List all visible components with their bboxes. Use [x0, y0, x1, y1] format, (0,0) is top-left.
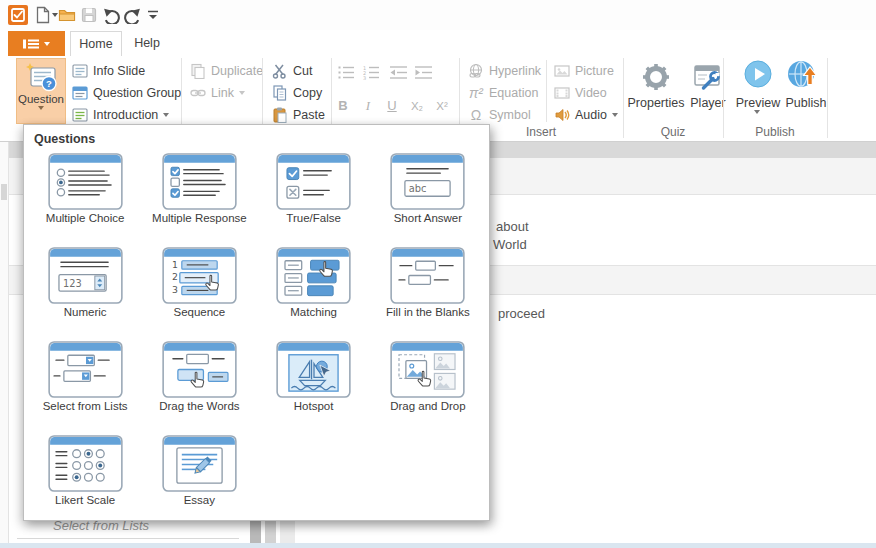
preview-caret-icon[interactable]: [754, 110, 760, 114]
equation-button[interactable]: π² Equation: [468, 83, 538, 103]
duplicate-button[interactable]: Duplicate: [190, 61, 263, 81]
multiple-choice-icon: [48, 153, 123, 210]
equation-label: Equation: [489, 86, 538, 100]
svg-text:abc: abc: [409, 183, 427, 194]
video-label: Video: [575, 86, 607, 100]
copy-icon: [272, 85, 288, 101]
tab-help-label: Help: [134, 36, 160, 50]
question-type-multiple-choice[interactable]: Multiple Choice: [28, 153, 142, 247]
superscript-button[interactable]: X²: [431, 96, 453, 116]
question-types-grid: Multiple Choice Multiple Response: [24, 153, 489, 529]
question-type-select-from-lists[interactable]: Select from Lists: [28, 341, 142, 435]
question-type-drag-the-words[interactable]: Drag the Words: [142, 341, 256, 435]
underline-button[interactable]: U: [381, 96, 403, 116]
slide-text-world: World: [493, 237, 527, 252]
question-type-label: True/False: [286, 212, 341, 224]
tab-help[interactable]: Help: [122, 31, 172, 55]
fill-in-the-blanks-icon: [390, 247, 465, 304]
sequence-icon: 1 2 3: [162, 247, 237, 304]
question-type-short-answer[interactable]: abc Short Answer: [371, 153, 485, 247]
app-logo-icon: [8, 5, 28, 25]
save-icon[interactable]: [80, 6, 98, 24]
question-type-multiple-response[interactable]: Multiple Response: [142, 153, 256, 247]
app-menu-button[interactable]: [8, 31, 65, 56]
question-type-hotspot[interactable]: Hotspot: [257, 341, 371, 435]
slide-text-about: about: [496, 219, 529, 234]
drag-and-drop-icon: [390, 341, 465, 398]
question-type-essay[interactable]: Essay: [142, 435, 256, 529]
question-group-button[interactable]: Question Group: [72, 83, 181, 103]
new-document-icon[interactable]: [34, 6, 52, 24]
link-button[interactable]: Link: [190, 83, 245, 103]
question-button[interactable]: ? Question: [16, 58, 66, 124]
hyperlink-icon: [468, 63, 484, 79]
info-slide-button[interactable]: Info Slide: [72, 61, 145, 81]
essay-icon: [162, 435, 237, 492]
introduction-button[interactable]: Introduction: [72, 105, 169, 125]
question-type-likert-scale[interactable]: Likert Scale: [28, 435, 142, 529]
question-type-label: Hotspot: [294, 400, 334, 412]
svg-text:3: 3: [363, 75, 366, 81]
numbered-list-icon[interactable]: 123: [363, 65, 381, 80]
svg-text:123: 123: [63, 278, 82, 289]
properties-button[interactable]: Properties: [622, 96, 690, 110]
customize-toolbar-icon[interactable]: [146, 6, 160, 24]
properties-gear-icon[interactable]: [640, 61, 672, 93]
symbol-icon: Ω: [468, 107, 484, 123]
equation-icon: π²: [468, 85, 484, 101]
question-type-numeric[interactable]: 123 Numeric: [28, 247, 142, 341]
question-button-icon: ?: [24, 62, 58, 92]
publish-icon[interactable]: [787, 59, 819, 89]
menu-list-icon: [23, 38, 39, 50]
question-type-label: Fill in the Blanks: [386, 306, 470, 318]
paste-button[interactable]: Paste: [272, 105, 325, 125]
svg-text:1: 1: [172, 259, 178, 270]
question-type-label: Select from Lists: [43, 400, 128, 412]
question-type-sequence[interactable]: 1 2 3 Sequence: [142, 247, 256, 341]
link-label: Link: [211, 86, 234, 100]
preview-icon[interactable]: [743, 59, 773, 89]
bold-button[interactable]: B: [332, 96, 354, 116]
video-button[interactable]: Video: [554, 83, 607, 103]
question-type-matching[interactable]: Matching: [257, 247, 371, 341]
subscript-button[interactable]: X₂: [406, 96, 428, 116]
divider-line: [17, 538, 239, 539]
player-button[interactable]: Player: [685, 96, 731, 110]
preview-button[interactable]: Preview: [733, 96, 783, 110]
bullet-list-icon[interactable]: [338, 65, 356, 80]
tab-home[interactable]: Home: [70, 31, 122, 56]
question-type-fill-in-the-blanks[interactable]: Fill in the Blanks: [371, 247, 485, 341]
increase-indent-icon[interactable]: [414, 65, 433, 80]
multiple-response-icon: [162, 153, 237, 210]
undo-icon[interactable]: [103, 6, 121, 24]
true-false-icon: [276, 153, 351, 210]
question-type-label: Sequence: [173, 306, 225, 318]
publish-button[interactable]: Publish: [781, 96, 831, 110]
decrease-indent-icon[interactable]: [389, 65, 408, 80]
copy-button[interactable]: Copy: [272, 83, 322, 103]
video-icon: [554, 85, 570, 101]
redo-icon[interactable]: [123, 6, 141, 24]
picture-label: Picture: [575, 64, 614, 78]
picture-button[interactable]: Picture: [554, 61, 614, 81]
info-slide-icon: [72, 63, 88, 79]
duplicate-label: Duplicate: [211, 64, 263, 78]
symbol-button[interactable]: Ω Symbol: [468, 105, 531, 125]
question-caret-icon: [38, 106, 44, 110]
hyperlink-label: Hyperlink: [489, 64, 541, 78]
audio-caret-icon: [612, 113, 618, 117]
open-folder-icon[interactable]: [58, 6, 76, 24]
cut-button[interactable]: Cut: [272, 61, 312, 81]
question-type-drag-and-drop[interactable]: Drag and Drop: [371, 341, 485, 435]
scrollbar-thumb[interactable]: [1, 184, 7, 200]
question-type-true-false[interactable]: True/False: [257, 153, 371, 247]
menu-caret-icon: [44, 42, 50, 46]
question-type-label: Short Answer: [394, 212, 462, 224]
player-icon[interactable]: [693, 63, 723, 91]
hyperlink-button[interactable]: Hyperlink: [468, 61, 541, 81]
question-type-label: Likert Scale: [55, 494, 115, 506]
group-label-publish: Publish: [723, 125, 827, 139]
audio-button[interactable]: Audio: [554, 105, 618, 125]
likert-scale-icon: [48, 435, 123, 492]
italic-button[interactable]: I: [357, 96, 379, 116]
